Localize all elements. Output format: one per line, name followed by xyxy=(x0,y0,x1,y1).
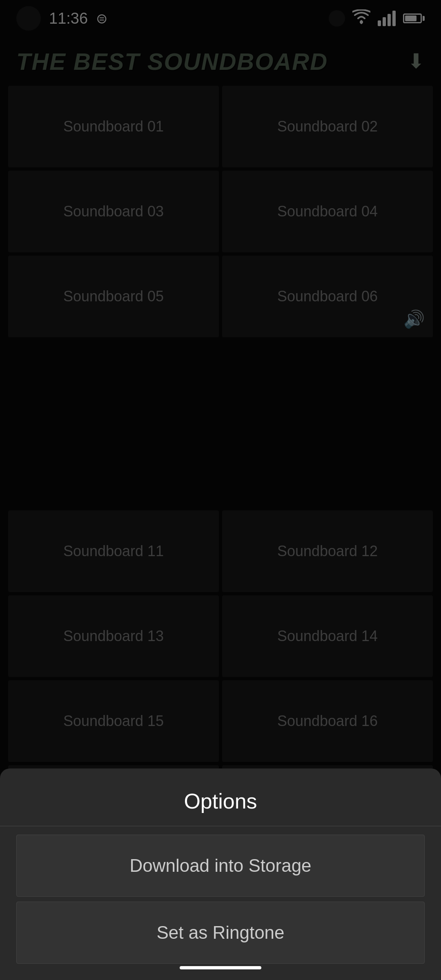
options-modal-title: Options xyxy=(184,789,257,813)
download-into-storage-button[interactable]: Download into Storage xyxy=(16,835,425,897)
home-indicator xyxy=(180,966,261,969)
set-as-ringtone-button[interactable]: Set as Ringtone xyxy=(16,902,425,964)
options-modal: Options Download into Storage Set as Rin… xyxy=(0,768,441,980)
nav-bar xyxy=(0,956,441,980)
options-modal-header: Options xyxy=(0,768,441,826)
